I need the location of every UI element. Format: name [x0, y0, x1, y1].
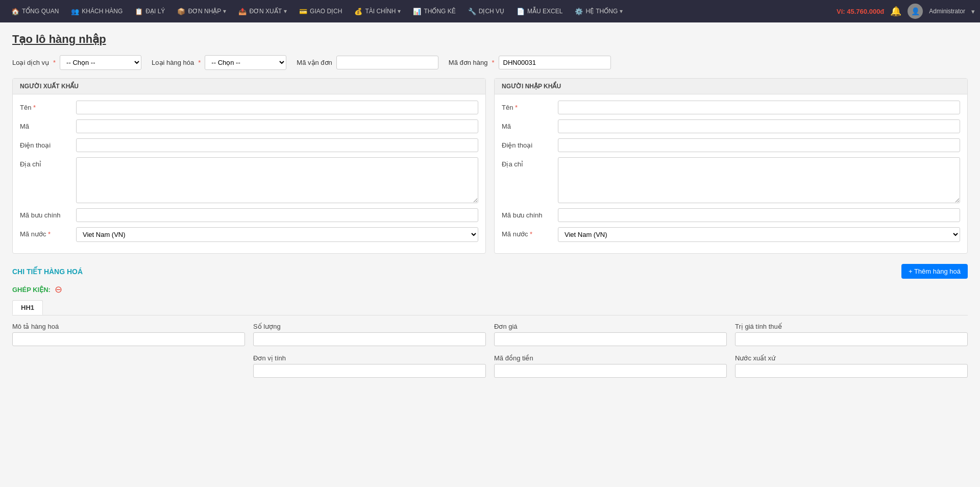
bell-icon: 🔔	[890, 6, 901, 16]
so-luong-label: Số lượng	[253, 323, 486, 330]
tri-gia-label: Trị giá tính thuế	[735, 323, 968, 330]
nav-tong-quan[interactable]: 🏠 TỔNG QUAN	[5, 0, 65, 22]
xuat-ten-row: Tên *	[20, 101, 478, 114]
xuat-ma-buu-chinh-row: Mã bưu chính	[20, 208, 478, 222]
nhap-dien-thoai-input[interactable]	[558, 138, 960, 152]
xuat-ma-buu-chinh-input[interactable]	[76, 208, 478, 222]
ma-don-hang-required: *	[492, 59, 495, 66]
page-title: Tạo lô hàng nhập	[12, 33, 968, 46]
nguoi-nhap-khau-box: NGƯỜI NHẬP KHẨU Tên * Mã Điện thoại	[494, 78, 968, 254]
nav-dai-ly[interactable]: 📋 ĐẠI LÝ	[129, 0, 171, 22]
main-content: Tạo lô hàng nhập Loại dịch vụ * -- Chọn …	[0, 22, 980, 487]
xuat-ma-row: Mã	[20, 119, 478, 133]
box-icon: 📦	[177, 8, 185, 15]
don-vi-tinh-input[interactable]	[253, 364, 486, 378]
add-product-button[interactable]: + Thêm hàng hoá	[901, 264, 968, 279]
remove-ghep-kien-icon[interactable]: ⊖	[55, 284, 62, 295]
xuat-dia-chi-label: Địa chỉ	[20, 157, 71, 168]
nguoi-xuat-khau-header: NGƯỜI XUẤT KHẨU	[13, 79, 485, 94]
tabs-row: HH1	[12, 300, 968, 315]
nav-don-xuat[interactable]: 📤 ĐƠN XUẤT ▾	[232, 0, 293, 22]
nhap-ma-input[interactable]	[558, 119, 960, 133]
don-gia-input[interactable]	[494, 332, 727, 346]
xuat-ma-nuoc-select[interactable]: Viet Nam (VN)	[76, 227, 478, 242]
credit-card-icon: 💳	[299, 8, 307, 15]
avatar: 👤	[908, 4, 923, 19]
so-luong-input[interactable]	[253, 332, 486, 346]
wallet-balance: Ví: 45.760.000đ	[837, 8, 884, 15]
ghep-kien-row: GHÉP KIỆN: ⊖	[12, 284, 968, 295]
top-right-bar: Ví: 45.760.000đ 🔔 👤 Administrator ▾	[837, 4, 975, 19]
nav-tai-chinh[interactable]: 💰 TÀI CHÍNH ▾	[348, 0, 407, 22]
nguoi-nhap-khau-body: Tên * Mã Điện thoại Địa chỉ	[495, 94, 967, 253]
ma-dong-tien-group: Mã đồng tiền	[494, 354, 727, 378]
notification-bell[interactable]: 🔔	[890, 6, 901, 17]
xuat-dien-thoai-row: Điện thoại	[20, 138, 478, 152]
nguoi-xuat-khau-box: NGƯỜI XUẤT KHẨU Tên * Mã Điện thoại	[12, 78, 486, 254]
chevron-down-icon-tai-chinh: ▾	[398, 8, 401, 15]
nguoi-nhap-khau-header: NGƯỜI NHẬP KHẨU	[495, 79, 967, 94]
nhap-ten-label: Tên *	[502, 101, 553, 111]
nhap-ten-row: Tên *	[502, 101, 960, 114]
nhap-dia-chi-row: Địa chỉ	[502, 157, 960, 203]
so-luong-group: Số lượng	[253, 323, 486, 346]
xuat-ma-buu-chinh-label: Mã bưu chính	[20, 208, 71, 219]
xuat-ten-input[interactable]	[76, 101, 478, 114]
nav-khach-hang[interactable]: 👥 KHÁCH HÀNG	[65, 0, 129, 22]
mo-ta-hang-hoa-group: Mô tả hàng hoá	[12, 323, 245, 346]
mo-ta-hang-hoa-label: Mô tả hàng hoá	[12, 323, 245, 330]
ma-van-don-input[interactable]	[336, 56, 438, 69]
nav-don-nhap[interactable]: 📦 ĐƠN NHẬP ▾	[171, 0, 232, 22]
don-vi-tinh-group: Đơn vị tính	[253, 354, 486, 378]
nav-thong-ke[interactable]: 📊 THỐNG KÊ	[407, 0, 461, 22]
nhap-ma-buu-chinh-input[interactable]	[558, 208, 960, 222]
nav-he-thong[interactable]: ⚙️ HỆ THỐNG ▾	[569, 0, 629, 22]
ghep-kien-label: GHÉP KIỆN:	[12, 286, 51, 294]
xuat-dia-chi-textarea[interactable]	[76, 157, 478, 203]
tool-icon: 🔧	[468, 8, 476, 15]
clipboard-icon: 📋	[135, 8, 143, 15]
ma-van-don-label: Mã vận đơn	[297, 59, 332, 66]
bottom-fields-2: Đơn vị tính Mã đồng tiền Nước xuất xứ	[12, 354, 968, 378]
ma-dong-tien-input[interactable]	[494, 364, 727, 378]
loai-hang-hoa-select[interactable]: -- Chọn --	[205, 55, 286, 70]
ma-don-hang-input[interactable]	[499, 56, 611, 69]
nhap-dien-thoai-row: Điện thoại	[502, 138, 960, 152]
gear-icon: ⚙️	[575, 8, 583, 15]
nhap-dien-thoai-label: Điện thoại	[502, 138, 553, 149]
loai-hang-hoa-required: *	[198, 59, 201, 66]
loai-dich-vu-required: *	[53, 59, 56, 66]
nhap-dia-chi-textarea[interactable]	[558, 157, 960, 203]
xuat-ma-nuoc-row: Mã nước * Viet Nam (VN)	[20, 227, 478, 242]
ma-don-hang-field: Mã đơn hàng *	[449, 56, 611, 69]
loai-dich-vu-select[interactable]: -- Chọn --	[60, 55, 141, 70]
nguoi-xuat-khau-body: Tên * Mã Điện thoại Địa chỉ	[13, 94, 485, 253]
loai-hang-hoa-label: Loại hàng hóa	[152, 59, 194, 66]
nav-giao-dich[interactable]: 💳 GIAO DỊCH	[293, 0, 348, 22]
chevron-down-icon-he-thong: ▾	[620, 8, 623, 15]
user-name[interactable]: Administrator	[929, 8, 965, 15]
nhap-ma-nuoc-label: Mã nước *	[502, 227, 553, 238]
xuat-dien-thoai-label: Điện thoại	[20, 138, 71, 149]
chart-icon: 📊	[413, 8, 421, 15]
tab-hh1[interactable]: HH1	[12, 300, 43, 315]
nhap-ten-input[interactable]	[558, 101, 960, 114]
nhap-dia-chi-label: Địa chỉ	[502, 157, 553, 168]
chevron-down-icon-don-nhap: ▾	[223, 8, 226, 15]
nhap-ma-nuoc-select[interactable]: Viet Nam (VN)	[558, 227, 960, 242]
mo-ta-hang-hoa-input[interactable]	[12, 332, 245, 346]
nhap-ma-buu-chinh-label: Mã bưu chính	[502, 208, 553, 219]
xuat-dien-thoai-input[interactable]	[76, 138, 478, 152]
nuoc-xuat-xu-input[interactable]	[735, 364, 968, 378]
two-col-sections: NGƯỜI XUẤT KHẨU Tên * Mã Điện thoại	[12, 78, 968, 254]
nav-mau-excel[interactable]: 📄 MẪU EXCEL	[510, 0, 569, 22]
file-icon: 📄	[517, 8, 525, 15]
users-icon: 👥	[71, 8, 79, 15]
xuat-ma-input[interactable]	[76, 119, 478, 133]
chevron-down-icon-user: ▾	[971, 8, 975, 15]
don-gia-label: Đơn giá	[494, 323, 727, 330]
nhap-ma-label: Mã	[502, 119, 553, 130]
tri-gia-group: Trị giá tính thuế	[735, 323, 968, 346]
nav-dich-vu[interactable]: 🔧 DỊCH VỤ	[462, 0, 510, 22]
tri-gia-input[interactable]	[735, 332, 968, 346]
